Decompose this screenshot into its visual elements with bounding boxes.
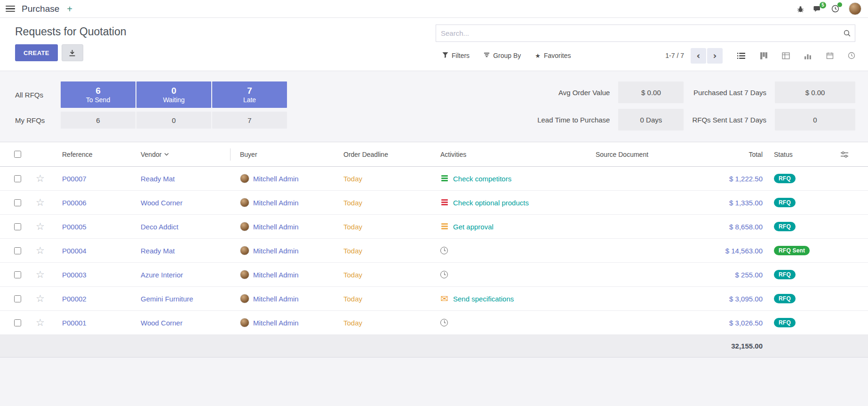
- search-icon[interactable]: [843, 29, 851, 39]
- activity-icon[interactable]: [440, 271, 448, 278]
- debug-bug-icon[interactable]: [797, 5, 804, 13]
- reference-link[interactable]: P00001: [62, 319, 87, 327]
- reference-link[interactable]: P00002: [62, 295, 87, 303]
- pager-next-button[interactable]: ›: [707, 48, 723, 64]
- vendor-link[interactable]: Ready Mat: [141, 175, 175, 183]
- activity-icon[interactable]: [440, 198, 449, 207]
- pivot-view-icon[interactable]: [782, 52, 790, 60]
- activity-link[interactable]: Get approval: [453, 223, 494, 231]
- vendor-link[interactable]: Ready Mat: [141, 247, 175, 255]
- header-reference[interactable]: Reference: [57, 142, 136, 166]
- table-row[interactable]: ☆ P00001 Wood Corner Mitchell Admin Toda…: [0, 311, 868, 335]
- my-tile-to-send[interactable]: 6: [61, 112, 135, 129]
- reference-link[interactable]: P00004: [62, 247, 87, 255]
- activity-icon[interactable]: [440, 319, 448, 326]
- activities-clock-icon[interactable]: [831, 5, 839, 13]
- table-row[interactable]: ☆ P00005 Deco Addict Mitchell Admin Toda…: [0, 215, 868, 239]
- header-order-deadline-label: Order Deadline: [343, 151, 388, 158]
- app-name[interactable]: Purchase: [22, 4, 59, 14]
- apps-menu-icon[interactable]: [6, 6, 15, 12]
- vendor-link[interactable]: Wood Corner: [141, 319, 183, 327]
- table-row[interactable]: ☆ P00004 Ready Mat Mitchell Admin Today …: [0, 239, 868, 263]
- header-vendor-label: Vendor: [141, 151, 161, 158]
- activity-view-icon[interactable]: [848, 52, 855, 59]
- buyer-avatar: [240, 198, 249, 207]
- table-row[interactable]: ☆ P00002 Gemini Furniture Mitchell Admin…: [0, 287, 868, 311]
- header-order-deadline[interactable]: Order Deadline: [339, 142, 436, 166]
- row-checkbox[interactable]: [14, 271, 21, 278]
- activity-link[interactable]: Check optional products: [453, 199, 529, 207]
- search-input[interactable]: [436, 24, 855, 42]
- favorite-star-icon[interactable]: ☆: [36, 222, 45, 232]
- status-badge: RFQ Sent: [774, 246, 810, 255]
- list-view-icon[interactable]: [737, 52, 746, 60]
- user-avatar[interactable]: [849, 2, 861, 15]
- header-vendor[interactable]: Vendor: [136, 142, 235, 166]
- row-checkbox[interactable]: [14, 175, 21, 182]
- header-reference-label: Reference: [62, 151, 93, 158]
- table-row[interactable]: ☆ P00003 Azure Interior Mitchell Admin T…: [0, 263, 868, 287]
- download-button[interactable]: [62, 44, 83, 61]
- favorite-star-icon[interactable]: ☆: [36, 198, 45, 208]
- row-checkbox[interactable]: [14, 199, 21, 206]
- calendar-view-icon[interactable]: [826, 52, 834, 59]
- group-by-label: Group By: [493, 52, 521, 59]
- vendor-link[interactable]: Azure Interior: [141, 271, 183, 279]
- buyer-link[interactable]: Mitchell Admin: [253, 295, 299, 303]
- table-row[interactable]: ☆ P00007 Ready Mat Mitchell Admin Today …: [0, 167, 868, 191]
- favorites-button[interactable]: ★ Favorites: [535, 52, 571, 59]
- buyer-link[interactable]: Mitchell Admin: [253, 175, 299, 183]
- header-total[interactable]: Total: [675, 142, 769, 166]
- reference-link[interactable]: P00005: [62, 223, 87, 231]
- vendor-link[interactable]: Deco Addict: [141, 223, 178, 231]
- activity-icon[interactable]: [440, 174, 449, 183]
- tile-waiting-label: Waiting: [163, 96, 184, 104]
- header-buyer[interactable]: Buyer: [235, 142, 339, 166]
- header-source-document[interactable]: Source Document: [591, 142, 675, 166]
- favorite-star-icon[interactable]: ☆: [36, 270, 45, 280]
- table-row[interactable]: ☆ P00006 Wood Corner Mitchell Admin Toda…: [0, 191, 868, 215]
- buyer-link[interactable]: Mitchell Admin: [253, 223, 299, 231]
- row-checkbox[interactable]: [14, 319, 21, 326]
- activity-icon[interactable]: [440, 222, 449, 231]
- messages-icon[interactable]: 5: [813, 5, 822, 13]
- buyer-link[interactable]: Mitchell Admin: [253, 247, 299, 255]
- my-tile-late[interactable]: 7: [212, 112, 287, 129]
- buyer-link[interactable]: Mitchell Admin: [253, 319, 299, 327]
- kanban-view-icon[interactable]: [760, 52, 768, 60]
- favorite-star-icon[interactable]: ☆: [36, 174, 45, 184]
- pager-previous-button[interactable]: ‹: [691, 48, 706, 64]
- row-checkbox[interactable]: [14, 247, 21, 254]
- tile-waiting[interactable]: 0 Waiting: [136, 81, 211, 108]
- vendor-link[interactable]: Wood Corner: [141, 199, 183, 207]
- create-button[interactable]: CREATE: [15, 44, 58, 61]
- row-checkbox[interactable]: [14, 295, 21, 302]
- select-all-checkbox[interactable]: [14, 151, 21, 158]
- my-tile-waiting[interactable]: 0: [136, 112, 211, 129]
- graph-view-icon[interactable]: [804, 52, 812, 60]
- favorite-star-icon[interactable]: ☆: [36, 318, 45, 328]
- header-activities[interactable]: Activities: [436, 142, 591, 166]
- header-status[interactable]: Status: [769, 142, 821, 166]
- filters-button[interactable]: Filters: [442, 52, 470, 59]
- vendor-link[interactable]: Gemini Furniture: [141, 295, 193, 303]
- activity-icon[interactable]: [440, 247, 448, 254]
- activity-link[interactable]: Check competitors: [453, 175, 511, 183]
- tile-late[interactable]: 7 Late: [212, 81, 287, 108]
- activity-icon[interactable]: [440, 294, 449, 303]
- buyer-link[interactable]: Mitchell Admin: [253, 199, 299, 207]
- column-resize-handle[interactable]: [230, 148, 231, 161]
- reference-link[interactable]: P00006: [62, 199, 87, 207]
- buyer-link[interactable]: Mitchell Admin: [253, 271, 299, 279]
- optional-columns-icon[interactable]: [821, 142, 868, 166]
- group-by-button[interactable]: Group By: [484, 52, 521, 59]
- activity-link[interactable]: Send specifications: [453, 295, 514, 303]
- kpi-avg-order-value-label: Avg Order Value: [537, 89, 610, 97]
- row-checkbox[interactable]: [14, 223, 21, 230]
- reference-link[interactable]: P00003: [62, 271, 87, 279]
- tile-to-send[interactable]: 6 To Send: [61, 81, 135, 108]
- add-icon[interactable]: +: [67, 4, 72, 14]
- reference-link[interactable]: P00007: [62, 175, 87, 183]
- favorite-star-icon[interactable]: ☆: [36, 294, 45, 304]
- favorite-star-icon[interactable]: ☆: [36, 246, 45, 256]
